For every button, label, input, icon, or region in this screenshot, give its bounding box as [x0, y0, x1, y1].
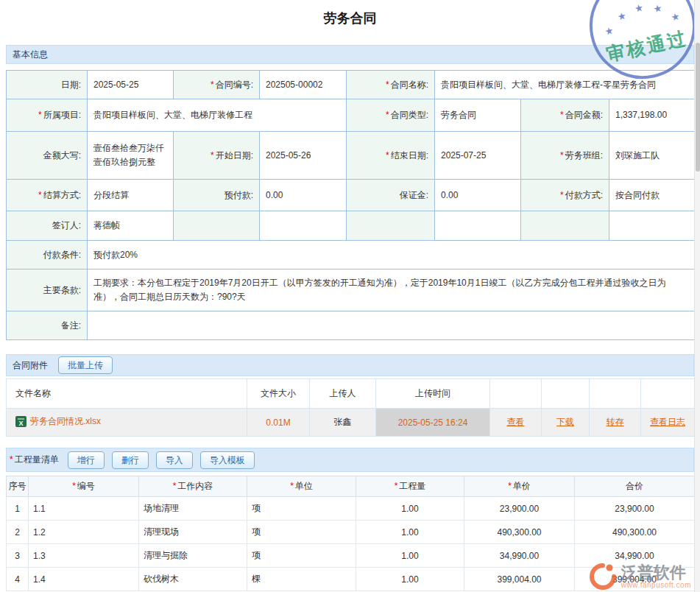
col-work-content: *工作内容 [139, 476, 247, 497]
field-contract-amount-label: *合同金额: [521, 99, 609, 132]
boq-unit: 项 [247, 544, 356, 568]
action-transfer-link[interactable]: 转存 [607, 417, 624, 427]
field-remark-value [88, 311, 695, 340]
field-date-label: 日期: [7, 71, 88, 99]
required-marker: * [560, 150, 564, 161]
attachments-section-title: 合同附件 [13, 359, 48, 372]
page-content: 劳务合同 基本信息 日期: 2025-05-25 *合同编号: 202505-0… [6, 0, 694, 591]
col-quantity: *工程量 [356, 476, 464, 497]
field-start-date-label: *开始日期: [174, 132, 260, 180]
required-marker: * [290, 481, 294, 491]
boq-index: 3 [7, 544, 29, 568]
field-empty-value [435, 211, 521, 241]
attachment-table: 文件名称 文件大小 上传人 上传时间 X 劳务合同情况.xlsx 0.01M 张… [6, 378, 695, 437]
batch-upload-button[interactable]: 批量上传 [58, 356, 113, 374]
field-deposit-label: 保证金: [347, 180, 435, 211]
boq-unit: 棵 [247, 568, 356, 591]
col-action-empty [490, 379, 542, 409]
col-total-price: 合价 [575, 476, 695, 497]
boq-price: 23,900.00 [464, 497, 575, 521]
field-settlement-method-value: 分段结算 [88, 180, 174, 211]
file-upload-time: 2025-05-25 16:24 [376, 409, 490, 437]
col-upload-time: 上传时间 [376, 379, 490, 409]
import-template-button[interactable]: 导入模板 [200, 451, 255, 469]
field-project-value: 贵阳项目样板间、大堂、电梯厅装修工程 [88, 99, 347, 132]
col-action-empty [590, 379, 641, 409]
scrollbar-thumb[interactable] [696, 43, 700, 172]
required-marker: * [72, 481, 76, 491]
action-view-link[interactable]: 查看 [507, 417, 525, 427]
boq-code: 1.4 [29, 568, 139, 591]
required-marker: * [173, 481, 177, 491]
file-name-cell: X 劳务合同情况.xlsx [15, 415, 101, 428]
boq-index: 2 [7, 521, 29, 544]
field-project-label: *所属项目: [7, 99, 88, 132]
vertical-scrollbar[interactable] [694, 0, 700, 592]
action-view-log-link[interactable]: 查看日志 [650, 417, 685, 427]
field-remark-label: 备注: [7, 311, 88, 340]
required-marker: * [38, 110, 42, 120]
delete-row-button[interactable]: 删行 [112, 451, 149, 469]
boq-total: 490,300.00 [575, 521, 695, 544]
watermark-brand: 泛普软件 [621, 564, 691, 581]
file-uploader: 张鑫 [310, 409, 376, 437]
required-marker: * [508, 481, 512, 491]
field-payment-method-label: *付款方式: [521, 180, 609, 211]
col-file-size: 文件大小 [247, 379, 310, 409]
vendor-watermark: 泛普软件 www.fanpusoft.com [589, 563, 691, 591]
field-contract-no-value: 202505-00002 [260, 71, 347, 99]
field-contract-type-label: *合同类型: [347, 99, 435, 132]
excel-icon: X [15, 416, 26, 427]
boq-quantity: 1.00 [356, 544, 464, 568]
field-signer-value: 蒋德帧 [88, 211, 174, 241]
field-contract-type-value: 劳务合同 [435, 99, 521, 132]
field-empty-label [347, 211, 435, 241]
boq-section-title: *工程量清单 [10, 454, 59, 466]
required-marker: * [560, 110, 564, 120]
watermark-url: www.fanpusoft.com [621, 581, 691, 589]
boq-table-header: 序号 *编号 *工作内容 *单位 *工程量 *单价 合价 [7, 476, 695, 497]
action-download-link[interactable]: 下载 [556, 417, 574, 427]
add-row-button[interactable]: 增行 [68, 451, 105, 469]
field-amount-caps-label: 金额大写: [7, 132, 88, 180]
field-settlement-method-label: *结算方式: [7, 180, 88, 211]
boq-row: 1 1.1 场地清理 项 1.00 23,900.00 23,900.00 [7, 497, 695, 521]
field-main-terms-label: 主要条款: [7, 269, 88, 311]
required-marker: * [10, 454, 13, 465]
col-action-empty [641, 379, 695, 409]
basic-info-section-title: 基本信息 [13, 49, 48, 60]
field-empty-label [174, 211, 260, 241]
svg-text:X: X [18, 420, 23, 427]
boq-code: 1.2 [29, 521, 139, 544]
field-empty-label [521, 211, 609, 241]
field-deposit-value: 0.00 [435, 180, 521, 211]
field-prepayment-value: 0.00 [260, 180, 347, 211]
field-start-date-value: 2025-05-26 [260, 132, 347, 180]
field-empty-value [609, 211, 695, 241]
field-contract-amount-value: 1,337,198.00 [609, 99, 695, 132]
field-amount-caps-value: 壹佰叁拾叁万柒仟壹佰玖拾捌元整 [88, 132, 174, 180]
boq-price: 399,004.00 [464, 568, 575, 591]
field-labor-team-value: 刘琛施工队 [609, 132, 695, 180]
watermark-text: 泛普软件 www.fanpusoft.com [621, 564, 691, 589]
boq-unit: 项 [247, 497, 356, 521]
required-marker: * [560, 190, 564, 200]
boq-index: 1 [7, 497, 29, 521]
boq-quantity: 1.00 [356, 521, 464, 544]
file-name-link[interactable]: 劳务合同情况.xlsx [30, 415, 101, 428]
boq-content: 清理现场 [139, 521, 247, 544]
page-title: 劳务合同 [6, 0, 694, 36]
fanpu-logo-icon [589, 563, 617, 591]
col-file-name: 文件名称 [7, 379, 247, 409]
field-contract-name-value: 贵阳项目样板间、大堂、电梯厅装修工程-零星劳务合同 [435, 71, 695, 99]
field-payment-condition-value: 预付款20% [88, 241, 695, 269]
boq-code: 1.3 [29, 544, 139, 568]
col-code: *编号 [29, 476, 139, 497]
attachment-table-header: 文件名称 文件大小 上传人 上传时间 [7, 379, 695, 409]
required-marker: * [211, 150, 214, 161]
import-button[interactable]: 导入 [156, 451, 193, 469]
required-marker: * [386, 110, 389, 120]
field-payment-condition-label: 付款条件: [7, 241, 88, 269]
field-main-terms-value: 工期要求：本分包工程定于2019年7月20日开工（以甲方签发的开工通知为准），定… [88, 269, 695, 311]
boq-total: 23,900.00 [575, 497, 695, 521]
